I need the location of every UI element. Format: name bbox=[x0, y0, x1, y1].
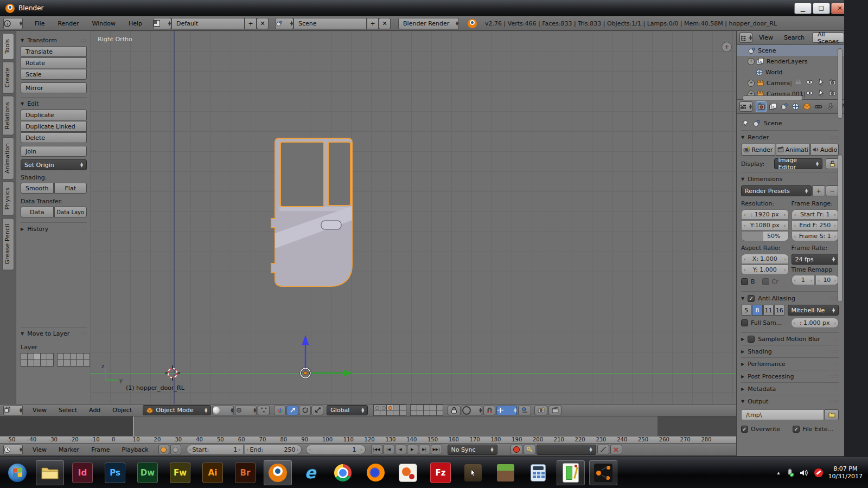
data-layout-button[interactable]: Data Layo bbox=[54, 207, 87, 217]
frame-rate-select[interactable]: 24 fps▲▼ bbox=[792, 254, 839, 265]
expand-region-button[interactable]: + bbox=[722, 42, 732, 52]
taskbar-bridge[interactable]: Br bbox=[231, 460, 259, 485]
layer-cell[interactable] bbox=[380, 405, 386, 410]
outliner-vscrollbar[interactable] bbox=[838, 48, 843, 119]
timeline-start-field[interactable]: ‹ Start:1 › bbox=[187, 445, 244, 454]
output-panel-header[interactable]: ▼Output:::: bbox=[741, 395, 839, 407]
properties-tab-render[interactable] bbox=[756, 101, 767, 112]
layer-cell[interactable] bbox=[437, 405, 443, 410]
jump-to-start-button[interactable]: |◀◀ bbox=[371, 445, 382, 454]
toolshelf-tab-relations[interactable]: Relations bbox=[2, 96, 14, 136]
taskbar-notes-widget[interactable] bbox=[557, 460, 585, 485]
properties-tab-constraints[interactable] bbox=[813, 101, 824, 112]
manipulate-center-points-toggle[interactable] bbox=[258, 406, 270, 415]
antialiasing-checkbox[interactable] bbox=[748, 295, 755, 302]
layer-cell[interactable] bbox=[380, 410, 386, 415]
toolshelf-tab-grease-pencil[interactable]: Grease Pencil bbox=[2, 218, 14, 270]
layer-cell[interactable] bbox=[430, 410, 436, 415]
duplicate-button[interactable]: Duplicate bbox=[21, 110, 87, 120]
outliner-filter-select[interactable]: All Scenes bbox=[812, 33, 844, 43]
current-frame-line[interactable] bbox=[133, 416, 134, 436]
delete-scene-button[interactable]: ✕ bbox=[379, 18, 391, 29]
editor-type-menu[interactable]: i ▲▼ bbox=[3, 18, 23, 29]
properties-tab-world[interactable] bbox=[790, 101, 801, 112]
layer-cell[interactable] bbox=[411, 405, 417, 410]
move-to-layer-panel-header[interactable]: ▼ Move to Layer:::: bbox=[21, 328, 87, 339]
tl-menu-marker[interactable]: Marker bbox=[53, 446, 85, 453]
viewport-layers-right[interactable] bbox=[410, 404, 443, 416]
layer-cell[interactable] bbox=[34, 360, 40, 366]
outliner-row-world[interactable]: World bbox=[737, 67, 844, 78]
timeline-editor-type-menu[interactable]: ▲▼ bbox=[3, 445, 23, 455]
edit-panel-header[interactable]: ▼ Edit:::: bbox=[21, 98, 87, 110]
display-select[interactable]: Image Editor▲▼ bbox=[774, 158, 822, 169]
camsmall-toggle-icon[interactable] bbox=[828, 78, 837, 88]
taskbar-internet-explorer[interactable]: e bbox=[296, 460, 324, 485]
outliner-row-camera[interactable]: +Camera | bbox=[737, 78, 844, 88]
screen-layout-field[interactable]: Default bbox=[171, 18, 245, 29]
properties-vscrollbar[interactable] bbox=[838, 155, 843, 302]
outliner-editor-type-menu[interactable]: ▲▼ bbox=[739, 33, 752, 43]
transform-panel-header[interactable]: ▼ Transform:::: bbox=[21, 34, 87, 46]
taskbar-filezilla[interactable]: Fz bbox=[426, 460, 455, 485]
layer-cell[interactable] bbox=[64, 354, 70, 359]
layer-cell[interactable] bbox=[28, 360, 34, 366]
layer-cell[interactable] bbox=[58, 354, 63, 359]
aa-size-field[interactable]: ‹: 1.000 px› bbox=[791, 318, 839, 328]
render-presets-select[interactable]: Render Presets▲▼ bbox=[741, 185, 812, 196]
scene-icon-button[interactable]: ▲▼ bbox=[275, 18, 293, 29]
crop-checkbox[interactable] bbox=[762, 278, 769, 285]
shading-panel[interactable]: ▶Shading:::: bbox=[741, 345, 839, 357]
viewport-layers-left[interactable] bbox=[373, 404, 406, 416]
history-panel-header[interactable]: ▶ History:::: bbox=[21, 223, 87, 235]
layer-cell[interactable] bbox=[374, 410, 380, 415]
properties-breadcrumb[interactable]: Scene bbox=[764, 120, 782, 127]
render-audio-button[interactable]: Audio bbox=[810, 144, 839, 156]
snap-element-select[interactable]: ▲▼ bbox=[496, 406, 517, 415]
jump-to-prev-keyframe-button[interactable]: |◀ bbox=[383, 445, 394, 454]
layer-cell[interactable] bbox=[411, 410, 417, 415]
output-path-field[interactable]: /tmp\ bbox=[741, 409, 824, 420]
taskbar-blender[interactable] bbox=[264, 460, 292, 485]
toolshelf-tab-tools[interactable]: Tools bbox=[2, 33, 14, 60]
insert-keyframe-button[interactable] bbox=[597, 445, 609, 454]
outliner-hscrollbar[interactable] bbox=[742, 95, 803, 100]
snap-target-button[interactable] bbox=[518, 406, 531, 415]
aa-samples-16-button[interactable]: 16 bbox=[774, 305, 784, 316]
pointer-toggle-icon[interactable] bbox=[817, 89, 825, 99]
remap-old-field[interactable]: ‹1› bbox=[792, 275, 815, 285]
ghostcam-toggle-icon[interactable] bbox=[794, 78, 802, 88]
delete-button[interactable]: Delete bbox=[21, 132, 87, 143]
layer-cell[interactable] bbox=[34, 354, 40, 359]
maximize-button[interactable]: ❑ bbox=[813, 3, 830, 14]
jump-to-end-button[interactable]: ▶▶| bbox=[431, 445, 442, 454]
viewport-3d[interactable]: Right Ortho bbox=[90, 31, 736, 404]
vp-menu-object[interactable]: Object bbox=[107, 407, 137, 414]
sync-mode-select[interactable]: No Sync▲▼ bbox=[448, 445, 497, 455]
opengl-render-anim-button[interactable] bbox=[548, 406, 561, 415]
play-reverse-button[interactable]: ◀ bbox=[395, 445, 406, 454]
tl-menu-frame[interactable]: Frame bbox=[86, 446, 115, 453]
layer-cell[interactable] bbox=[84, 354, 90, 359]
end-frame-field[interactable]: ‹End F: 250› bbox=[792, 220, 839, 230]
layer-cell[interactable] bbox=[400, 410, 406, 415]
toolshelf-tab-create[interactable]: Create bbox=[2, 62, 14, 94]
taskbar-molecule-app[interactable] bbox=[589, 460, 617, 485]
keying-set-toggle[interactable] bbox=[170, 445, 181, 454]
aa-samples-8-button[interactable]: 8 bbox=[752, 305, 762, 316]
border-checkbox[interactable] bbox=[741, 278, 748, 285]
rotate-manipulator-button[interactable] bbox=[299, 406, 311, 415]
lock-to-scene-toggle[interactable] bbox=[448, 406, 461, 415]
layer-cell[interactable] bbox=[430, 405, 436, 410]
aa-samples-5-button[interactable]: 5 bbox=[741, 305, 751, 316]
dimensions-panel-header[interactable]: ▼Dimensions:::: bbox=[741, 172, 839, 185]
layer-cell[interactable] bbox=[41, 360, 47, 366]
jump-to-next-keyframe-button[interactable]: ▶| bbox=[419, 445, 430, 454]
usb-device-icon[interactable] bbox=[786, 468, 794, 477]
add-layout-button[interactable]: + bbox=[245, 18, 257, 29]
layer-cell[interactable] bbox=[77, 354, 83, 359]
layer-cell[interactable] bbox=[21, 354, 27, 359]
resolution-percentage-slider[interactable]: 50% bbox=[741, 231, 789, 241]
timeline-end-field[interactable]: ‹ End:250 › bbox=[245, 445, 302, 454]
translate-button[interactable]: Translate bbox=[21, 46, 87, 57]
